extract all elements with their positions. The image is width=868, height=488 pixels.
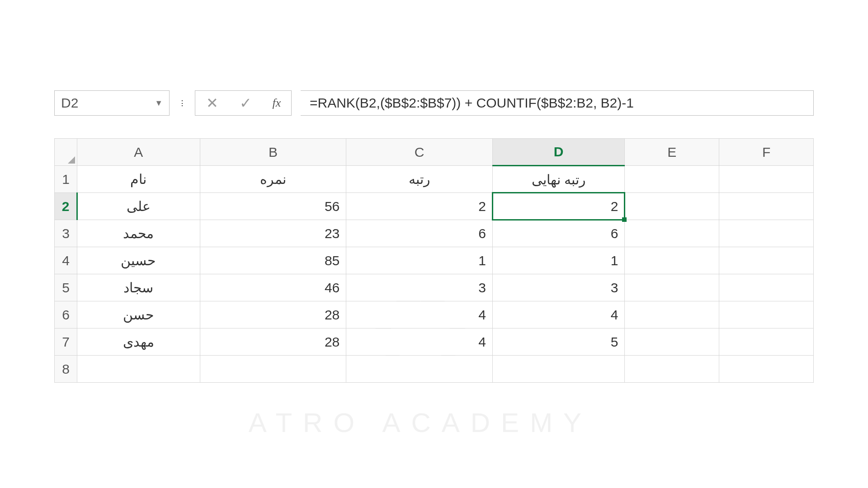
table-row: 7 مهدی 28 4 5 [55,328,814,356]
cell-B7[interactable]: 28 [200,328,346,356]
cell-E2[interactable] [625,193,719,220]
watermark-text: ATRO ACADEMY [249,407,592,438]
row-header-3[interactable]: 3 [55,220,77,247]
cell-E6[interactable] [625,301,719,328]
table-row: 5 سجاد 46 3 3 [55,274,814,301]
cell-C5[interactable]: 3 [346,274,493,301]
formula-buttons: ✕ ✓ fx [195,90,292,116]
col-header-A[interactable]: A [77,139,200,166]
cell-A5[interactable]: سجاد [77,274,200,301]
cell-C7[interactable]: 4 [346,328,493,356]
cell-E3[interactable] [625,220,719,247]
col-header-B[interactable]: B [200,139,346,166]
table-row: 6 حسن 28 4 4 [55,301,814,328]
cell-C2[interactable]: 2 [346,193,493,220]
cell-E7[interactable] [625,328,719,356]
cancel-formula-button[interactable]: ✕ [195,91,229,115]
row-header-8[interactable]: 8 [55,356,77,383]
cell-E5[interactable] [625,274,719,301]
cell-A1[interactable]: نام [77,166,200,193]
cell-D4[interactable]: 1 [492,247,624,274]
row-header-7[interactable]: 7 [55,328,77,356]
cell-F6[interactable] [719,301,814,328]
select-all-corner[interactable] [55,139,77,166]
cell-C3[interactable]: 6 [346,220,493,247]
col-header-F[interactable]: F [719,139,814,166]
cell-F7[interactable] [719,328,814,356]
cell-C1[interactable]: رتبه [346,166,493,193]
name-box[interactable]: D2 ▼ [54,90,170,116]
row-header-2[interactable]: 2 [55,193,77,220]
cell-A3[interactable]: محمد [77,220,200,247]
accept-formula-button[interactable]: ✓ [229,91,262,115]
cell-B3[interactable]: 23 [200,220,346,247]
cell-D2[interactable]: 2 [492,193,624,220]
cell-B8[interactable] [200,356,346,383]
cell-D1[interactable]: رتبه نهایی [492,166,624,193]
cell-A6[interactable]: حسن [77,301,200,328]
vertical-dots-icon: ⋮ [179,99,186,108]
row-header-6[interactable]: 6 [55,301,77,328]
row-header-4[interactable]: 4 [55,247,77,274]
table-row: 4 حسین 85 1 1 [55,247,814,274]
cell-F1[interactable] [719,166,814,193]
cell-E8[interactable] [625,356,719,383]
cell-B6[interactable]: 28 [200,301,346,328]
table-row: 2 علی 56 2 2 [55,193,814,220]
cell-A4[interactable]: حسین [77,247,200,274]
cell-D7[interactable]: 5 [492,328,624,356]
cell-A7[interactable]: مهدی [77,328,200,356]
spreadsheet-grid[interactable]: A B C D E F 1 نام نمره رتبه رتبه نهایی 2… [54,138,814,383]
cell-C6[interactable]: 4 [346,301,493,328]
cell-D8[interactable] [492,356,624,383]
formula-bar[interactable]: =RANK(B2,($B$2:$B$7)) + COUNTIF($B$2:B2,… [301,90,814,116]
table-row: 8 [55,356,814,383]
cell-B4[interactable]: 85 [200,247,346,274]
cell-F5[interactable] [719,274,814,301]
cell-A8[interactable] [77,356,200,383]
cell-D6[interactable]: 4 [492,301,624,328]
fx-icon[interactable]: fx [262,91,291,115]
cell-F2[interactable] [719,193,814,220]
cell-C4[interactable]: 1 [346,247,493,274]
cell-B5[interactable]: 46 [200,274,346,301]
cell-D3[interactable]: 6 [492,220,624,247]
cell-F4[interactable] [719,247,814,274]
cell-F8[interactable] [719,356,814,383]
cell-B2[interactable]: 56 [200,193,346,220]
table-row: 3 محمد 23 6 6 [55,220,814,247]
cell-C8[interactable] [346,356,493,383]
col-header-D[interactable]: D [492,139,624,166]
cell-F3[interactable] [719,220,814,247]
cell-E4[interactable] [625,247,719,274]
row-header-1[interactable]: 1 [55,166,77,193]
row-header-5[interactable]: 5 [55,274,77,301]
name-box-dropdown-icon[interactable]: ▼ [155,99,163,108]
cell-A2[interactable]: علی [77,193,200,220]
col-header-E[interactable]: E [625,139,719,166]
cell-B1[interactable]: نمره [200,166,346,193]
cell-D5[interactable]: 3 [492,274,624,301]
cell-E1[interactable] [625,166,719,193]
col-header-C[interactable]: C [346,139,493,166]
name-box-value: D2 [61,95,78,111]
formula-text: =RANK(B2,($B$2:$B$7)) + COUNTIF($B$2:B2,… [310,95,634,111]
table-row: 1 نام نمره رتبه رتبه نهایی [55,166,814,193]
